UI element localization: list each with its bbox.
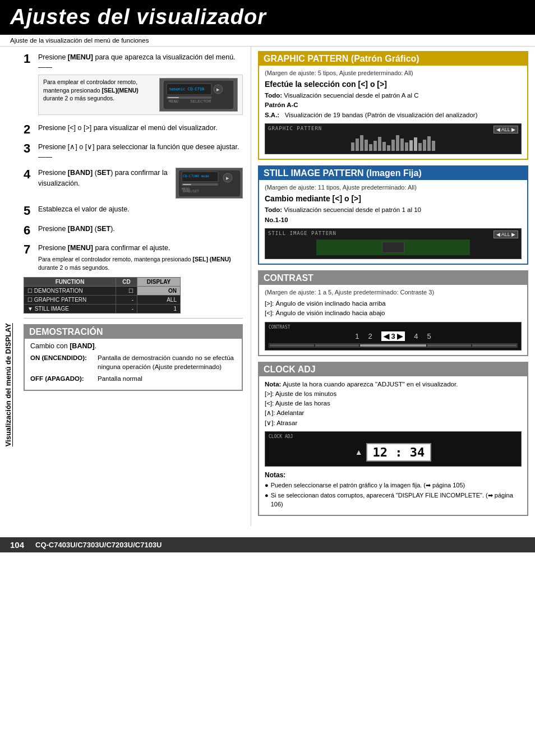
svg-text:SELECTOR: SELECTOR: [190, 99, 211, 103]
demo-subtitle: Cambio con [BAND].: [30, 342, 236, 350]
still-image-screen: STILL IMAGE PATTERN ◀ ALL ▶: [265, 228, 522, 259]
footer-page-number: 104: [10, 540, 24, 550]
right-column: GRAPHIC PATTERN (Patrón Gráfico) (Margen…: [251, 47, 535, 526]
demostracion-title: DEMOSTRACIÓN: [25, 325, 242, 339]
note-item-2: ● Si se seleccionan datos corruptos, apa…: [265, 491, 522, 509]
svg-text:MENU: MENU: [169, 99, 178, 104]
still-todo-label: Todo:: [265, 206, 282, 213]
table-cell-display-3: 1: [137, 305, 181, 314]
clock-nota-desc: Ajuste la hora cuando aparezca "ADJUST" …: [283, 381, 458, 388]
clock-up-desc: [∧]: Adelantar: [265, 409, 304, 416]
note-bullet-2: ●: [265, 491, 269, 509]
device-svg-1: nasonic CQ-C71N ▶ MENU SELECTOR: [162, 79, 235, 110]
step-1: 1 Presione [MENU] para que aparezca la v…: [24, 52, 243, 117]
bar: [351, 142, 354, 151]
bar: [427, 136, 431, 151]
function-table: FUNCTION CD DISPLAY ☐ DEMONSTRATION ☐ ON…: [24, 277, 181, 314]
footer-model: CQ-C7403U/C7303U/C7203U/C7103U: [35, 541, 162, 549]
contrast-seg-2: [315, 344, 359, 347]
step-7: 7 Presione [MENU] para confirmar el ajus…: [24, 243, 243, 272]
screen-badge-graphic: ◀ ALL ▶: [494, 126, 518, 133]
contrast-seg-5: [472, 344, 516, 347]
table-row: ☐ GRAPHIC PATTERN - ALL: [24, 296, 181, 305]
step-5: 5 Establezca el valor de ajuste.: [24, 204, 243, 218]
still-todo-desc: Visualización secuencial desde el patrón…: [284, 206, 421, 213]
step-7-note: Para emplear el controlador remoto, mant…: [38, 255, 243, 271]
step-3: 3 Presione [∧] o [∨] para seleccionar la…: [24, 142, 243, 162]
demo-on-desc: Pantalla de demostración cuando no se ef…: [98, 353, 236, 371]
graphic-pattern-title: GRAPHIC PATTERN (Patrón Gráfico): [259, 52, 527, 66]
vertical-label: Visualización del menú de DISPLAY: [4, 323, 12, 446]
bar: [369, 144, 372, 151]
bar: [382, 142, 386, 151]
table-cell-graphic: ☐ GRAPHIC PATTERN: [24, 296, 116, 305]
step-1-num: 1: [24, 52, 36, 66]
bar: [409, 140, 413, 151]
bar: [373, 141, 377, 151]
step-4-num: 4: [24, 168, 36, 181]
contrast-numbers-row: 1 2 ◀ 3 ▶ 4 5: [269, 331, 518, 341]
clock-time-display: 12 : 34: [366, 443, 432, 462]
contrast-num-3-active: ◀ 3 ▶: [381, 331, 405, 341]
demo-off-label: OFF (APAGADO):: [30, 374, 98, 383]
step-3-num: 3: [24, 142, 36, 155]
graphic-todo-label: Todo:: [265, 92, 282, 99]
table-cell-cd-2: -: [116, 296, 137, 305]
page-title: Ajustes del visualizador: [0, 0, 535, 35]
contrast-num-4: 4: [414, 332, 418, 340]
step-1-content: Presione [MENU] para que aparezca la vis…: [38, 52, 243, 117]
step-1-note-text: Para emplear el controlador remoto, mant…: [43, 78, 155, 112]
table-header-function: FUNCTION: [24, 278, 116, 287]
graphic-pattern-section: GRAPHIC PATTERN (Patrón Gráfico) (Margen…: [258, 51, 528, 160]
note-text-2: Si se seleccionan datos corruptos, apare…: [271, 491, 522, 509]
contrast-margin-note: (Margen de ajuste: 1 a 5, Ajuste predete…: [265, 288, 522, 297]
still-image-body: Todo: Visualización secuencial desde el …: [265, 205, 522, 225]
clock-left-desc: [<]: Ajuste de las horas: [265, 400, 330, 407]
svg-text:nasonic CQ-C71N: nasonic CQ-C71N: [169, 87, 204, 91]
separator: [24, 318, 243, 319]
step-4-content: Presione [BAND] (SET) para confirmar la …: [38, 168, 243, 199]
bar: [432, 141, 435, 151]
table-cell-cd-1: ☐: [116, 287, 137, 296]
step-4: 4 Presione [BAND] (SET) para confirmar l…: [24, 168, 243, 199]
bar: [391, 140, 395, 151]
bar: [356, 139, 359, 151]
graphic-todo-desc: Visualización secuencial desde el patrón…: [284, 92, 418, 99]
graphic-sa-label: S.A.:: [265, 112, 279, 118]
still-image-subtitle: Cambio mediante [<] o [>]: [265, 194, 522, 203]
device-image-4: CQ-C71N0 mode ▶ BAND/SET MENU: [176, 168, 243, 199]
contrast-seg-1: [270, 344, 314, 347]
table-row: ☐ DEMONSTRATION ☐ ON: [24, 287, 181, 296]
clock-nota-label: Nota:: [265, 381, 281, 388]
bar: [400, 139, 404, 151]
bar: [360, 135, 363, 151]
step-6-content: Presione [BAND] (SET).: [38, 224, 243, 234]
table-cell-display-1: ON: [137, 287, 181, 296]
step-6-num: 6: [24, 224, 36, 237]
contrast-section: CONTRAST (Margen de ajuste: 1 a 5, Ajust…: [258, 270, 528, 356]
footer: 104 CQ-C7403U/C7303U/C7203U/C7103U: [0, 537, 535, 552]
still-image-thumb: [382, 242, 404, 253]
step-2-content: Presione [<] o [>] para visualizar el me…: [38, 123, 243, 133]
contrast-screen-label: CONTRAST: [269, 325, 518, 330]
clock-up-arrow: ▲: [355, 448, 363, 457]
bar: [387, 145, 390, 151]
clock-adj-section: CLOCK ADJ Nota: Ajuste la hora cuando ap…: [258, 362, 528, 516]
main-layout: 1 Presione [MENU] para que aparezca la v…: [0, 47, 535, 526]
still-no-label: No.1-10: [265, 216, 288, 223]
screen-badge-still: ◀ ALL ▶: [494, 231, 518, 238]
graphic-sa-desc: Visualización de 19 bandas (Patrón de vi…: [285, 112, 478, 118]
contrast-num-1: 1: [355, 332, 359, 340]
still-image-section: STILL IMAGE PATTERN (Imagen Fija) (Marge…: [258, 165, 528, 265]
table-header-cd: CD: [116, 278, 137, 287]
notes-section: Notas: ● Pueden seleccionarse el patrón …: [265, 471, 522, 509]
bar: [418, 143, 422, 151]
step-7-content: Presione [MENU] para confirmar el ajuste…: [38, 243, 243, 272]
demo-off-desc: Pantalla normal: [98, 374, 236, 383]
demostracion-section: DEMOSTRACIÓN Cambio con [BAND]. ON (ENCE…: [24, 324, 243, 390]
graphic-pattern-body: Todo: Visualización secuencial desde el …: [265, 91, 522, 120]
screen-label-graphic: GRAPHIC PATTERN: [268, 126, 322, 131]
clock-display: CLOCK ADJ ▲ 12 : 34: [265, 431, 522, 467]
table-row: ▼ STILL IMAGE - 1: [24, 305, 181, 314]
graphic-pattern-screen: GRAPHIC PATTERN ◀ ALL ▶: [265, 123, 522, 154]
